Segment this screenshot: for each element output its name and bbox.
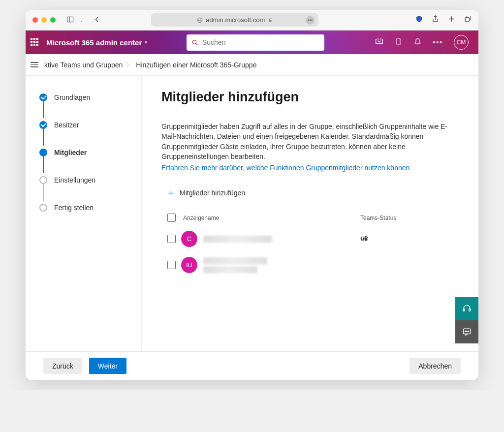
safari-toolbar: ⌄ admin.microsoft.com ••• (26, 10, 478, 31)
svg-rect-0 (67, 17, 73, 22)
step-besitzer[interactable]: Besitzer (39, 118, 141, 132)
help-headset-icon[interactable] (455, 297, 478, 320)
breadcrumb-current: Hinzufügen einer Microsoft 365-Gruppe (136, 61, 256, 69)
table-row[interactable]: IU (161, 252, 459, 278)
search-input[interactable] (202, 38, 319, 46)
breadcrumb-root[interactable]: ktive Teams und Gruppen (44, 61, 123, 69)
minimize-window-button[interactable] (41, 17, 47, 23)
header-actions: ••• CM (375, 35, 473, 50)
title-dropdown-icon[interactable]: ▾ (145, 40, 147, 45)
close-window-button[interactable] (32, 17, 38, 23)
member-name-redacted (203, 236, 272, 243)
maximize-window-button[interactable] (50, 17, 56, 23)
breadcrumb: ktive Teams und Gruppen 〉 Hinzufügen ein… (26, 54, 478, 76)
step-mitglieder[interactable]: Mitglieder (39, 146, 141, 159)
wizard-steps: Grundlagen Besitzer Mitglieder Einstellu… (26, 76, 141, 351)
nav-menu-icon[interactable] (31, 62, 38, 67)
svg-point-25 (467, 331, 468, 332)
page-heading: Mitglieder hinzufügen (161, 90, 459, 105)
step-current-icon (39, 149, 47, 156)
svg-rect-5 (269, 20, 272, 22)
main-area: Grundlagen Besitzer Mitglieder Einstellu… (26, 76, 478, 351)
teach-icon[interactable] (375, 37, 383, 48)
svg-rect-11 (376, 39, 383, 43)
address-bar[interactable]: admin.microsoft.com ••• (151, 13, 318, 27)
step-einstellungen[interactable]: Einstellungen (39, 173, 141, 187)
svg-line-10 (196, 43, 197, 45)
share-icon[interactable] (432, 15, 439, 25)
member-name-redacted (203, 257, 267, 273)
search-box[interactable] (187, 34, 324, 51)
add-members-label: Mitglieder hinzufügen (180, 189, 245, 197)
more-icon[interactable]: ••• (433, 38, 443, 46)
bell-icon[interactable] (413, 37, 422, 48)
window-controls (32, 17, 56, 23)
add-members-button[interactable]: Mitglieder hinzufügen (161, 186, 459, 200)
browser-window: ⌄ admin.microsoft.com ••• (26, 10, 478, 380)
members-table: Anzeigename Teams-Status C T (161, 210, 459, 278)
svg-point-26 (468, 331, 469, 332)
step-upcoming-icon (39, 176, 47, 184)
mobile-icon[interactable] (394, 37, 403, 48)
chevron-down-icon[interactable]: ⌄ (80, 18, 84, 23)
svg-point-9 (192, 40, 196, 44)
table-header: Anzeigename Teams-Status (161, 210, 459, 226)
teams-icon: T (360, 234, 369, 243)
member-avatar: C (181, 231, 197, 247)
step-fertig-stellen[interactable]: Fertig stellen (39, 201, 141, 215)
table-row[interactable]: C T (161, 226, 459, 252)
svg-point-20 (367, 237, 368, 238)
next-button[interactable]: Weiter (89, 358, 126, 374)
cancel-button[interactable]: Abbrechen (410, 358, 461, 374)
svg-rect-8 (465, 18, 469, 22)
breadcrumb-separator-icon: 〉 (126, 61, 132, 68)
new-tab-icon[interactable] (448, 15, 455, 25)
wizard-footer: Zurück Weiter Abbrechen (26, 351, 478, 380)
page-description: Gruppenmitglieder haben Zugriff auf alle… (161, 122, 459, 161)
floating-actions (455, 297, 478, 343)
svg-point-24 (465, 331, 466, 332)
safari-right-icons (415, 15, 472, 25)
step-done-icon (39, 93, 47, 101)
lock-icon (268, 18, 273, 23)
url-text: admin.microsoft.com (206, 16, 265, 24)
col-teams-status[interactable]: Teams-Status (360, 215, 459, 221)
back-icon[interactable] (94, 16, 101, 25)
col-anzeigename[interactable]: Anzeigename (181, 215, 360, 221)
step-upcoming-icon (39, 204, 47, 212)
page-actions-icon[interactable]: ••• (306, 16, 315, 25)
learn-more-link[interactable]: Erfahren Sie mehr darüber, welche Funkti… (161, 164, 410, 172)
step-grundlagen[interactable]: Grundlagen (39, 91, 141, 104)
svg-point-19 (365, 236, 367, 238)
row-checkbox[interactable] (167, 235, 176, 243)
app-launcher-icon[interactable] (31, 38, 39, 47)
user-avatar[interactable]: CM (454, 35, 469, 50)
back-button[interactable]: Zurück (43, 358, 82, 374)
feedback-chat-icon[interactable] (455, 320, 478, 343)
row-checkbox[interactable] (167, 261, 176, 269)
admin-header: Microsoft 365 admin center ▾ ••• CM (26, 31, 478, 54)
sidebar-toggle-icon[interactable] (66, 16, 74, 25)
member-avatar: IU (181, 257, 197, 273)
app-title: Microsoft 365 admin center (46, 38, 142, 47)
safari-nav-icons: ⌄ (66, 16, 101, 25)
privacy-shield-icon[interactable] (415, 15, 423, 25)
step-done-icon (39, 121, 47, 129)
content-panel: Mitglieder hinzufügen Gruppenmitglieder … (141, 76, 478, 351)
tabs-icon[interactable] (464, 15, 472, 25)
select-all-checkbox[interactable] (167, 214, 176, 222)
